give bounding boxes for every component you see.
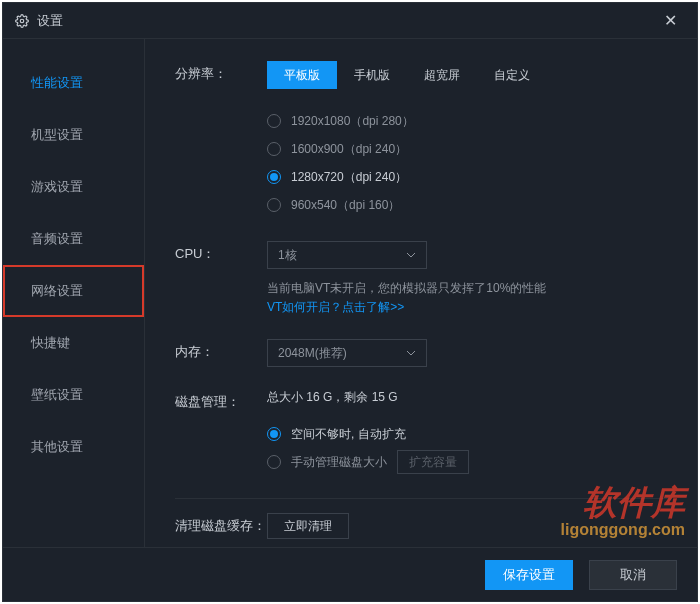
resolution-tabs: 平板版手机版超宽屏自定义 [267,61,669,89]
settings-window: 设置 ✕ 性能设置机型设置游戏设置音频设置网络设置快捷键壁纸设置其他设置 分辨率… [2,2,698,602]
cleanup-button[interactable]: 立即清理 [267,513,349,539]
svg-point-0 [20,19,24,23]
radio-icon [267,198,281,212]
disk-label: 磁盘管理： [175,389,267,411]
resolution-tab[interactable]: 手机版 [337,61,407,89]
radio-icon [267,142,281,156]
close-icon[interactable]: ✕ [656,7,685,34]
memory-label: 内存： [175,339,267,361]
sidebar-item[interactable]: 性能设置 [3,57,144,109]
radio-label: 空间不够时, 自动扩充 [291,426,406,443]
resolution-option[interactable]: 1600x900（dpi 240） [267,135,669,163]
resolution-label: 分辨率： [175,61,267,83]
save-button[interactable]: 保存设置 [485,560,573,590]
vt-help-link[interactable]: VT如何开启？点击了解>> [267,300,404,314]
footer: 保存设置 取消 [3,547,697,601]
cleanup-label: 清理磁盘缓存： [175,517,267,535]
cancel-button[interactable]: 取消 [589,560,677,590]
resolution-tab[interactable]: 平板版 [267,61,337,89]
sidebar-item[interactable]: 音频设置 [3,213,144,265]
memory-value: 2048M(推荐) [278,345,347,362]
memory-select[interactable]: 2048M(推荐) [267,339,427,367]
sidebar-item[interactable]: 壁纸设置 [3,369,144,421]
radio-label: 1280x720（dpi 240） [291,169,407,186]
cpu-select[interactable]: 1核 [267,241,427,269]
chevron-down-icon [406,250,416,260]
radio-label: 960x540（dpi 160） [291,197,400,214]
resolution-option[interactable]: 1920x1080（dpi 280） [267,107,669,135]
content-panel: 分辨率： 平板版手机版超宽屏自定义 1920x1080（dpi 280）1600… [145,39,697,547]
sidebar-item[interactable]: 机型设置 [3,109,144,161]
radio-label: 1920x1080（dpi 280） [291,113,414,130]
titlebar: 设置 ✕ [3,3,697,39]
chevron-down-icon [406,348,416,358]
cpu-warning: 当前电脑VT未开启，您的模拟器只发挥了10%的性能 [267,281,546,295]
resolution-tab[interactable]: 超宽屏 [407,61,477,89]
expand-button: 扩充容量 [397,450,469,474]
gear-icon [15,14,29,28]
sidebar-item[interactable]: 游戏设置 [3,161,144,213]
cpu-value: 1核 [278,247,297,264]
sidebar-item[interactable]: 快捷键 [3,317,144,369]
resolution-tab[interactable]: 自定义 [477,61,547,89]
radio-label: 1600x900（dpi 240） [291,141,407,158]
disk-status: 总大小 16 G，剩余 15 G [267,389,669,406]
resolution-option[interactable]: 960x540（dpi 160） [267,191,669,219]
radio-icon [267,455,281,469]
radio-icon [267,427,281,441]
resolution-options: 1920x1080（dpi 280）1600x900（dpi 240）1280x… [267,107,669,219]
radio-icon [267,114,281,128]
radio-icon [267,170,281,184]
disk-option[interactable]: 手动管理磁盘大小扩充容量 [267,448,669,476]
sidebar-item[interactable]: 其他设置 [3,421,144,473]
cpu-label: CPU： [175,241,267,263]
sidebar-item[interactable]: 网络设置 [3,265,144,317]
window-title: 设置 [37,12,656,30]
disk-option[interactable]: 空间不够时, 自动扩充 [267,420,669,448]
sidebar: 性能设置机型设置游戏设置音频设置网络设置快捷键壁纸设置其他设置 [3,39,145,547]
resolution-option[interactable]: 1280x720（dpi 240） [267,163,669,191]
radio-label: 手动管理磁盘大小 [291,454,387,471]
